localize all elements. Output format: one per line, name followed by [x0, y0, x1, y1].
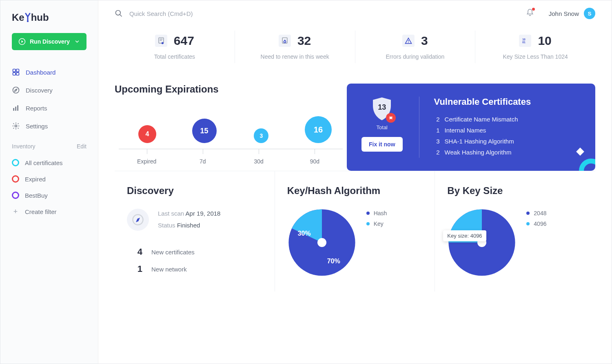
last-scan-label: Last scan: [158, 210, 184, 217]
nav-item-dashboard[interactable]: Dashboard: [0, 63, 98, 81]
svg-rect-10: [17, 105, 18, 110]
swatch-icon: [366, 222, 370, 225]
topbar: John Snow S: [98, 0, 612, 26]
legend-label: Key: [374, 221, 384, 227]
search-input[interactable]: [129, 10, 519, 17]
svg-point-20: [408, 42, 409, 43]
tick-label: Expired: [119, 149, 175, 165]
grid-icon: [12, 68, 20, 76]
discovery-stat-row: 4 New certificates: [127, 243, 262, 260]
ring-icon: [12, 159, 19, 166]
compass-badge-icon: [127, 209, 149, 231]
sidebar: Ke hub Run Discovery Dashboard Discovery…: [0, 0, 98, 364]
bars-icon: [12, 104, 20, 112]
svg-rect-5: [13, 73, 16, 75]
legend-item[interactable]: Hash: [366, 208, 387, 218]
svg-line-28: [390, 119, 390, 119]
discovery-count: 1: [133, 264, 142, 274]
vuln-label: SHA-1 Hashing Algorithm: [445, 138, 514, 145]
keysize-pie-chart: Key size: 4096: [447, 208, 517, 277]
svg-rect-9: [15, 107, 16, 111]
vuln-label: Weak Hashing Algorithm: [445, 149, 512, 156]
stat-value: 647: [174, 34, 194, 48]
upcoming-title: Upcoming Expirations: [115, 84, 347, 95]
cert-icon: [155, 35, 167, 47]
inventory-edit-link[interactable]: Edit: [77, 143, 86, 150]
bubble-30d[interactable]: 3: [254, 128, 268, 143]
vuln-label: Internal Names: [445, 127, 486, 134]
shield-badge: 13: [370, 97, 393, 121]
keysize-legend: 2048 4096: [526, 208, 546, 229]
legend-item[interactable]: Key: [366, 218, 387, 229]
stat-keysize: 1001 10 Key Size Less Than 1024: [475, 31, 595, 63]
legend-label: 4096: [534, 221, 546, 227]
vuln-label: Certificate Name Mismatch: [445, 116, 518, 123]
vulnerable-item[interactable]: 2Certificate Name Mismatch: [434, 114, 581, 125]
stat-errors: 3 Errors during validation: [355, 31, 476, 63]
bug-icon: [386, 113, 396, 123]
svg-text:01: 01: [523, 41, 526, 44]
bubble-expired[interactable]: 4: [138, 125, 156, 143]
plus-icon: +: [12, 208, 19, 215]
run-discovery-button[interactable]: Run Discovery: [12, 33, 86, 50]
timeline: Expired 7d 30d 90d: [119, 149, 343, 165]
stat-label: Total certificates: [115, 53, 235, 60]
svg-rect-3: [13, 69, 16, 72]
bubble-7d[interactable]: 15: [192, 119, 217, 143]
inventory-header: Inventory Edit: [0, 135, 98, 154]
run-discovery-label: Run Discovery: [30, 38, 70, 45]
create-filter-button[interactable]: + Create filter: [0, 203, 98, 220]
ring-icon: [12, 175, 19, 183]
inventory-title: Inventory: [12, 143, 35, 150]
binary-icon: 1001: [519, 35, 531, 47]
user-menu[interactable]: John Snow S: [549, 8, 595, 19]
notifications-button[interactable]: [526, 9, 534, 18]
nav-item-discovery[interactable]: Discovery: [0, 81, 98, 99]
ring-icon: [12, 192, 19, 199]
nav-label: Dashboard: [26, 69, 55, 76]
keysize-panel: By Key Size Key size: 4096 2048 4096: [435, 171, 595, 291]
play-circle-icon: [18, 38, 26, 45]
tick-label: 7d: [175, 149, 231, 165]
inventory-label: All certificates: [25, 159, 63, 166]
svg-point-7: [13, 87, 19, 93]
inventory-item-all[interactable]: All certificates: [0, 154, 98, 171]
keyhash-pie-chart: 30% 70%: [287, 208, 357, 277]
legend-item[interactable]: 4096: [526, 218, 546, 229]
svg-point-17: [162, 42, 164, 44]
logo-y-icon: [25, 13, 31, 22]
fix-it-button[interactable]: Fix it now: [361, 137, 403, 152]
nav-item-reports[interactable]: Reports: [0, 99, 98, 117]
discovery-title: Discovery: [127, 185, 262, 196]
vulnerable-item[interactable]: 1Internal Names: [434, 125, 581, 136]
svg-point-11: [15, 125, 17, 127]
nav-item-settings[interactable]: Settings: [0, 117, 98, 135]
avatar: S: [584, 8, 595, 19]
legend-label: 2048: [534, 210, 546, 216]
vulnerable-item[interactable]: 2Weak Hashing Algorithm: [434, 147, 581, 158]
inventory-item-bestbuy[interactable]: BestBuy: [0, 187, 98, 203]
stat-renew: 32 Need to renew in this week: [235, 31, 355, 63]
status-value: Finished: [177, 222, 200, 229]
bubble-90d[interactable]: 16: [305, 116, 332, 143]
vuln-count: 2: [434, 149, 440, 156]
inventory-item-expired[interactable]: Expired: [0, 171, 98, 187]
keysize-title: By Key Size: [447, 185, 583, 196]
vulnerable-item[interactable]: 3SHA-1 Hashing Algorithm: [434, 136, 581, 147]
compass-icon: [12, 86, 20, 94]
keyhash-panel: Key/Hash Algorithm 30% 70% Hash Key: [275, 171, 435, 291]
svg-line-27: [392, 117, 392, 117]
stat-value: 32: [297, 34, 311, 48]
discovery-label: New network: [151, 266, 187, 273]
vulnerable-total-label: Total: [361, 124, 403, 130]
nav-label: Reports: [26, 105, 47, 112]
upcoming-expirations-panel: Upcoming Expirations 4 15 3 16 Expired 7…: [115, 84, 355, 171]
svg-rect-6: [16, 73, 19, 75]
svg-point-1: [27, 20, 28, 22]
discovery-label: New certificates: [151, 249, 195, 256]
legend-item[interactable]: 2048: [526, 208, 546, 218]
chevron-down-icon: [74, 39, 80, 44]
ring-decoration-icon: [579, 159, 595, 171]
stat-label: Key Size Less Than 1024: [475, 53, 595, 60]
stat-total-certs: 647 Total certificates: [115, 31, 235, 63]
